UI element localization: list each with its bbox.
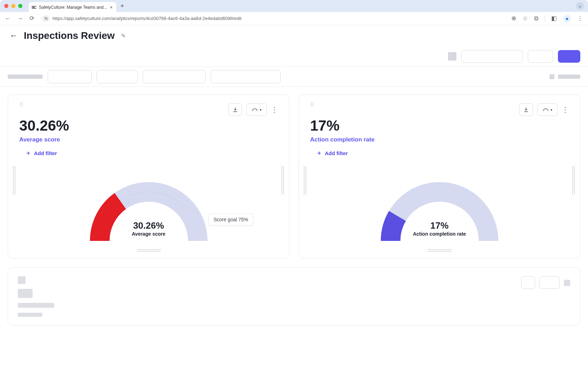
skeleton-value xyxy=(18,289,33,298)
gauge-icon xyxy=(543,107,548,112)
resize-handle-right[interactable] xyxy=(281,166,284,195)
url-text: https://app.safetyculture.com/analytics/… xyxy=(52,16,241,21)
browser-tab-strip: SC SafetyCulture: Manage Teams and... × … xyxy=(0,0,588,12)
page-header: ← Inspections Review ✎ xyxy=(0,25,588,46)
visibility-dropdown-button[interactable]: ▾ xyxy=(246,103,267,116)
skeleton-label xyxy=(18,303,54,308)
skeleton-button-2[interactable] xyxy=(539,276,560,289)
dashboard-grid: ⠿ ▾ ⋮ 30.26% Average score ＋ Add filter xyxy=(0,87,588,333)
bookmark-star-icon[interactable]: ☆ xyxy=(523,15,528,22)
filter-chip-3[interactable] xyxy=(143,70,206,83)
card-menu-icon[interactable]: ⋮ xyxy=(271,105,278,114)
card-average-score: ⠿ ▾ ⋮ 30.26% Average score ＋ Add filter xyxy=(8,95,289,258)
skeleton-sublabel xyxy=(18,313,42,317)
resize-handle-bottom[interactable] xyxy=(137,249,161,252)
gauge-value: 17% xyxy=(413,220,466,231)
add-filter-button[interactable]: ＋ Add filter xyxy=(316,150,569,157)
nav-back-icon[interactable]: ← xyxy=(5,15,11,22)
skeleton-menu-icon xyxy=(564,280,570,286)
chevron-down-icon: ▾ xyxy=(551,108,552,112)
address-bar[interactable]: ⇆ https://app.safetyculture.com/analytic… xyxy=(42,15,241,22)
filter-chip-2[interactable] xyxy=(97,70,138,83)
tabs-dropdown-icon[interactable]: ⌄ xyxy=(576,2,584,10)
add-filter-label: Add filter xyxy=(34,150,57,156)
filter-chip-1[interactable] xyxy=(48,70,92,83)
chevron-down-icon: ▾ xyxy=(260,108,261,112)
metric-value: 17% xyxy=(310,117,569,134)
gauge-icon xyxy=(252,107,258,112)
toolbar-divider xyxy=(545,15,545,22)
download-icon xyxy=(523,107,529,112)
gauge-goal-tooltip: Score goal 75% xyxy=(208,214,253,225)
filter-bar-right-icon xyxy=(550,74,554,79)
extensions-icon[interactable]: ⧉ xyxy=(534,15,538,22)
download-icon xyxy=(232,107,238,112)
window-controls xyxy=(4,4,22,8)
card-skeleton xyxy=(8,268,580,326)
new-tab-button[interactable]: + xyxy=(120,2,124,10)
filter-bar xyxy=(0,67,588,87)
action-bar-skeleton-icon xyxy=(448,52,456,61)
site-info-icon[interactable]: ⇆ xyxy=(42,15,50,22)
zoom-icon[interactable]: ⊕ xyxy=(511,15,516,22)
page-title: Inspections Review xyxy=(24,30,115,41)
tooltip-text: Score goal 75% xyxy=(214,217,248,222)
metric-label[interactable]: Action completion rate xyxy=(310,136,569,143)
gauge-chart-average-score: 30.26% Average score Score goal 75% xyxy=(19,164,278,244)
drag-handle-icon[interactable]: ⠿ xyxy=(310,103,315,107)
edit-title-icon[interactable]: ✎ xyxy=(121,33,126,39)
plus-icon: ＋ xyxy=(26,150,31,157)
close-window-icon[interactable] xyxy=(4,4,8,8)
drag-handle-icon[interactable]: ⠿ xyxy=(19,103,24,107)
action-bar xyxy=(0,46,588,67)
nav-reload-icon[interactable]: ⟳ xyxy=(29,15,34,22)
skeleton-icon xyxy=(18,276,26,284)
resize-handle-right[interactable] xyxy=(572,166,575,195)
filter-chip-4[interactable] xyxy=(211,70,281,83)
tab-close-icon[interactable]: × xyxy=(110,5,113,10)
visibility-dropdown-button[interactable]: ▾ xyxy=(537,103,558,116)
resize-handle-left[interactable] xyxy=(13,166,16,195)
browser-menu-icon[interactable]: ⋮ xyxy=(577,15,583,22)
browser-toolbar: ← → ⟳ ⇆ https://app.safetyculture.com/an… xyxy=(0,12,588,25)
gauge-chart-action-completion: 17% Action completion rate xyxy=(310,164,569,244)
add-filter-button[interactable]: ＋ Add filter xyxy=(26,150,278,157)
gauge-label: Action completion rate xyxy=(413,231,466,237)
filter-bar-right-label-skeleton xyxy=(558,75,580,79)
metric-label[interactable]: Average score xyxy=(19,136,278,143)
maximize-window-icon[interactable] xyxy=(18,4,22,8)
action-bar-button-1[interactable] xyxy=(461,50,523,63)
profile-avatar-icon[interactable]: ● xyxy=(563,15,571,22)
filter-bar-label-skeleton xyxy=(8,75,43,79)
card-action-completion-rate: ⠿ ▾ ⋮ 17% Action completion rate ＋ Add f… xyxy=(299,95,580,258)
page-back-icon[interactable]: ← xyxy=(10,31,18,40)
action-bar-primary-button[interactable] xyxy=(558,50,580,63)
sidepanel-icon[interactable]: ◧ xyxy=(551,15,557,22)
resize-handle-bottom[interactable] xyxy=(428,249,451,252)
add-filter-label: Add filter xyxy=(325,150,348,156)
nav-forward-icon[interactable]: → xyxy=(17,15,23,22)
minimize-window-icon[interactable] xyxy=(11,4,15,8)
download-button[interactable] xyxy=(519,103,533,116)
browser-tab[interactable]: SC SafetyCulture: Manage Teams and... × xyxy=(29,2,116,13)
gauge-label: Average score xyxy=(132,231,166,237)
card-menu-icon[interactable]: ⋮ xyxy=(562,105,569,114)
action-bar-button-2[interactable] xyxy=(528,50,553,63)
skeleton-button-1[interactable] xyxy=(521,276,535,289)
tab-favicon: SC xyxy=(31,5,36,9)
resize-handle-left[interactable] xyxy=(304,166,307,195)
gauge-value: 30.26% xyxy=(132,220,166,231)
metric-value: 30.26% xyxy=(19,117,278,134)
tab-title: SafetyCulture: Manage Teams and... xyxy=(39,5,107,10)
plus-icon: ＋ xyxy=(316,150,322,157)
download-button[interactable] xyxy=(228,103,242,116)
